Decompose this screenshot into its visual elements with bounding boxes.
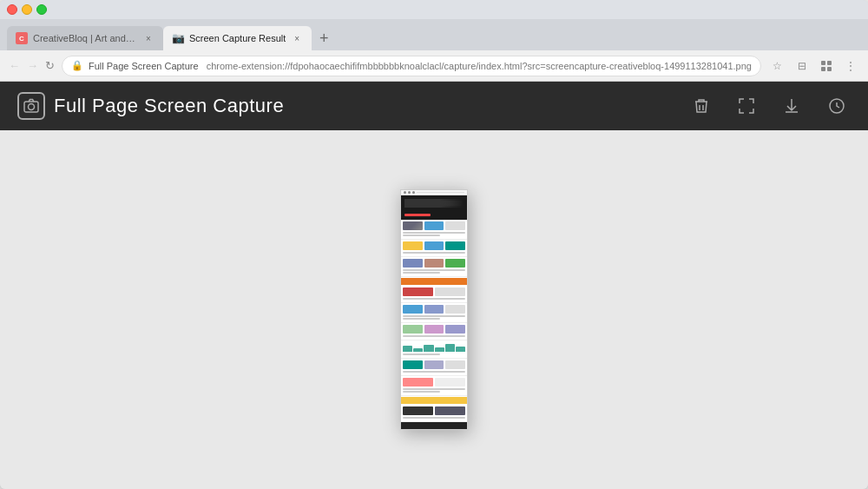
back-button[interactable]: ← [9, 56, 20, 76]
address-bar[interactable]: 🔒 Full Page Screen Capture chrome-extens… [62, 56, 761, 76]
title-bar [0, 0, 868, 19]
menu-button[interactable]: ⋮ [841, 56, 860, 76]
app-toolbar: Full Page Screen Capture [0, 82, 868, 130]
traffic-lights [7, 4, 47, 15]
nav-dot [408, 191, 411, 194]
preview-section-3 [401, 257, 467, 277]
maximize-button[interactable] [36, 4, 47, 15]
tab-creativeblog[interactable]: C CreativeBloq | Art and Design... × [7, 26, 163, 50]
preview-section-5 [401, 286, 467, 303]
preview-hero-section [401, 195, 467, 220]
nav-line [417, 192, 464, 193]
forward-button[interactable]: → [27, 56, 38, 76]
delete-button[interactable] [687, 92, 715, 120]
tab-close-creativeblog[interactable]: × [142, 32, 155, 44]
app-title: Full Page Screen Capture [54, 95, 284, 117]
preview-content [401, 220, 467, 422]
tab-label-screen-capture: Screen Capture Result [189, 33, 286, 43]
nav-dot [412, 191, 415, 194]
tab-favicon-creativeblog: C [16, 32, 28, 44]
new-tab-button[interactable]: + [312, 26, 336, 50]
main-content [0, 130, 868, 489]
history-button[interactable] [823, 92, 851, 120]
address-url: chrome-extension://fdpohaocaechififmbbbb… [207, 61, 752, 71]
toolbar-actions [687, 92, 851, 120]
secure-icon: 🔒 [71, 60, 83, 71]
preview-section-1 [401, 220, 467, 240]
tab-bar: C CreativeBloq | Art and Design... × 📷 S… [0, 19, 868, 50]
svg-point-5 [29, 104, 35, 110]
chrome-window: C CreativeBloq | Art and Design... × 📷 S… [0, 0, 868, 489]
preview-section-6 [401, 303, 467, 323]
address-breadcrumb: Full Page Screen Capture chrome-extensio… [89, 61, 752, 71]
refresh-button[interactable]: ↻ [45, 56, 55, 76]
bookmark-button[interactable]: ☆ [768, 56, 787, 76]
tab-close-screen-capture[interactable]: × [291, 32, 303, 44]
download-button[interactable] [778, 92, 806, 120]
preview-section-12 [401, 405, 467, 422]
preview-orange-banner [401, 278, 467, 285]
preview-section-10 [401, 376, 467, 396]
app-logo-area: Full Page Screen Capture [17, 92, 687, 120]
tab-screen-capture[interactable]: 📷 Screen Capture Result × [163, 26, 312, 50]
breadcrumb-text: Full Page Screen Capture [89, 61, 199, 71]
minimize-button[interactable] [22, 4, 32, 15]
svg-rect-2 [821, 67, 825, 71]
cast-button[interactable]: ⊟ [792, 56, 812, 76]
close-button[interactable] [7, 4, 17, 15]
svg-rect-1 [827, 61, 832, 65]
preview-section-2 [401, 240, 467, 257]
preview-yellow-banner [401, 397, 467, 404]
tab-label-creativeblog: CreativeBloq | Art and Design... [33, 33, 137, 43]
preview-section-9 [401, 359, 467, 376]
screenshot-preview [400, 189, 468, 430]
address-actions: ☆ ⊟ ⋮ [768, 56, 860, 76]
app-camera-icon [17, 92, 45, 120]
fullscreen-button[interactable] [733, 92, 760, 120]
preview-section-8 [401, 340, 467, 359]
tab-favicon-screen-capture: 📷 [172, 32, 184, 44]
extensions-button[interactable] [817, 56, 836, 76]
svg-rect-0 [821, 61, 825, 65]
preview-section-7 [401, 323, 467, 340]
nav-dot [404, 191, 406, 194]
preview-footer [401, 422, 467, 429]
address-bar-area: ← → ↻ 🔒 Full Page Screen Capture chrome-… [0, 50, 868, 82]
svg-rect-3 [827, 67, 832, 71]
